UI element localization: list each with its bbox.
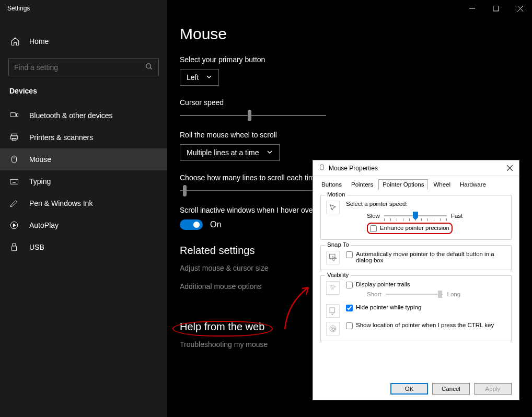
svg-rect-6 (12, 138, 16, 141)
trails-slider (386, 291, 443, 298)
wheel-label: Roll the mouse wheel to scroll (180, 131, 519, 139)
printer-icon (9, 133, 19, 142)
svg-rect-9 (10, 179, 18, 184)
pen-icon (9, 199, 19, 208)
long-label: Long (447, 291, 461, 297)
trails-checkbox[interactable] (346, 282, 353, 288)
primary-button-label: Select your primary button (180, 55, 519, 64)
search-box[interactable] (8, 59, 159, 76)
snap-checkbox[interactable] (346, 251, 353, 258)
tab-buttons[interactable]: Buttons (317, 179, 346, 190)
sidebar-item-bluetooth[interactable]: Bluetooth & other devices (0, 105, 167, 126)
hide-checkbox[interactable] (346, 305, 353, 311)
nav-label: Bluetooth & other devices (29, 111, 113, 120)
sidebar-section: Devices (0, 87, 167, 95)
home-icon (10, 37, 20, 46)
devices-icon (9, 111, 19, 120)
tab-wheel[interactable]: Wheel (429, 179, 455, 190)
group-visibility: Visibility Display pointer trails Short (320, 275, 512, 341)
autoplay-icon (9, 221, 19, 230)
group-title: Motion (325, 191, 348, 198)
hide-label: Hide pointer while typing (356, 304, 421, 310)
dialog-close-button[interactable] (504, 163, 515, 173)
tab-pointer-options[interactable]: Pointer Options (378, 179, 428, 190)
ok-button[interactable]: OK (390, 383, 428, 395)
slider-thumb[interactable] (248, 110, 251, 121)
cancel-button[interactable]: Cancel (432, 383, 470, 395)
cursor-speed-label: Cursor speed (180, 98, 519, 107)
mouse-icon (9, 155, 19, 164)
trails-icon (326, 281, 340, 295)
usb-icon (9, 242, 19, 252)
nav-label: AutoPlay (29, 221, 59, 229)
group-snap: Snap To Automatically move pointer to th… (320, 245, 512, 270)
slider-thumb[interactable] (183, 185, 187, 196)
lines-slider[interactable] (180, 190, 326, 191)
sidebar-item-pen[interactable]: Pen & Windows Ink (0, 192, 167, 214)
tab-hardware[interactable]: Hardware (456, 179, 490, 190)
maximize-button[interactable] (484, 0, 508, 17)
nav-label: Printers & scanners (29, 133, 93, 142)
sidebar-item-autoplay[interactable]: AutoPlay (0, 214, 167, 236)
ctrl-label: Show location of pointer when I press th… (356, 322, 494, 328)
snap-label: Automatically move pointer to the defaul… (356, 251, 506, 263)
speed-label: Select a pointer speed: (346, 201, 506, 207)
chevron-down-icon (206, 73, 212, 82)
nav-label: Mouse (29, 155, 51, 164)
tab-pointers[interactable]: Pointers (347, 179, 377, 190)
dropdown-value: Left (187, 73, 199, 82)
svg-rect-17 (493, 6, 499, 11)
slow-label: Slow (367, 213, 380, 219)
nav-label: USB (29, 243, 44, 251)
sidebar-item-usb[interactable]: USB (0, 236, 167, 258)
fast-label: Fast (451, 213, 462, 219)
enhance-precision-checkbox[interactable] (370, 225, 377, 232)
short-label: Short (367, 291, 381, 297)
ctrl-checkbox[interactable] (346, 322, 353, 329)
wheel-dropdown[interactable]: Multiple lines at a time (180, 144, 280, 161)
link-additional-mouse-options[interactable]: Additional mouse options (180, 282, 261, 291)
sidebar-item-printers[interactable]: Printers & scanners (0, 126, 167, 148)
primary-button-dropdown[interactable]: Left (180, 69, 219, 86)
keyboard-icon (9, 177, 19, 186)
svg-rect-15 (12, 246, 17, 251)
sidebar-home[interactable]: Home (0, 31, 167, 51)
svg-rect-3 (17, 113, 18, 117)
search-input[interactable] (14, 63, 134, 72)
toggle-knob (193, 222, 200, 228)
close-button[interactable] (508, 0, 532, 17)
hide-icon (326, 304, 340, 318)
toggle-state: On (210, 220, 221, 229)
enhance-label: Enhance pointer precision (380, 225, 449, 231)
svg-rect-14 (13, 244, 16, 246)
svg-rect-5 (10, 136, 18, 139)
svg-rect-20 (320, 165, 324, 170)
ctrl-icon (326, 322, 340, 335)
app-title: Settings (0, 0, 167, 17)
dialog-title: Mouse Properties (329, 165, 378, 172)
svg-rect-4 (11, 134, 17, 136)
group-motion: Motion Select a pointer speed: Slow Fast (320, 195, 512, 240)
dialog-tabs: Buttons Pointers Pointer Options Wheel H… (313, 176, 519, 190)
apply-button[interactable]: Apply (474, 383, 512, 395)
nav-label: Typing (29, 177, 51, 186)
search-icon (145, 63, 153, 73)
group-title: Visibility (325, 272, 351, 278)
snap-icon (326, 251, 340, 264)
svg-point-0 (146, 63, 151, 68)
sidebar-item-typing[interactable]: Typing (0, 170, 167, 192)
link-text: Additional mouse options (180, 282, 261, 291)
group-title: Snap To (325, 241, 351, 248)
pointer-speed-icon (326, 201, 340, 214)
svg-rect-24 (330, 308, 334, 312)
pointer-speed-slider[interactable] (384, 211, 447, 221)
minimize-button[interactable] (460, 0, 484, 17)
svg-line-1 (150, 67, 152, 69)
chevron-down-icon (267, 148, 273, 157)
mouse-icon (318, 164, 326, 172)
page-title: Mouse (180, 25, 519, 43)
cursor-speed-slider[interactable] (180, 115, 326, 116)
inactive-toggle[interactable] (180, 219, 203, 230)
nav-label: Pen & Windows Ink (29, 199, 92, 207)
sidebar-item-mouse[interactable]: Mouse (0, 148, 167, 170)
